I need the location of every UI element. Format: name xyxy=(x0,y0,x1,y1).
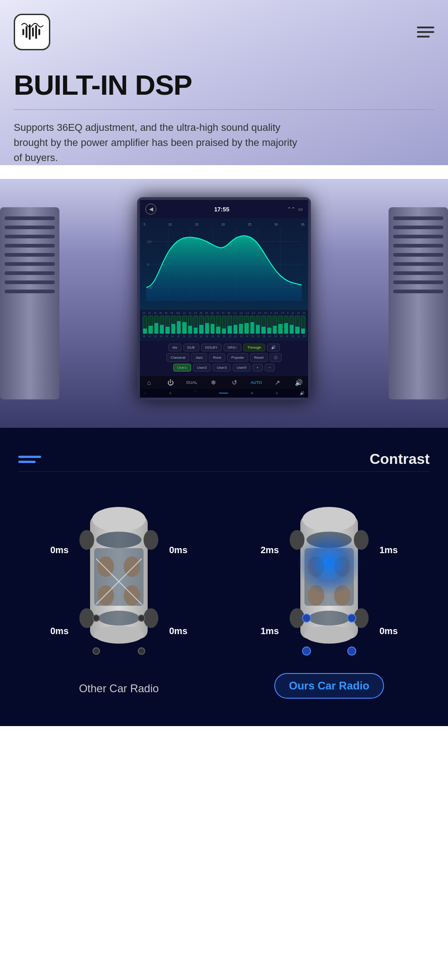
back-arrow-icon: ← xyxy=(144,391,147,395)
left-vent-lines xyxy=(0,207,59,399)
eq-slider[interactable] xyxy=(176,316,181,334)
contrast-section: Contrast 0ms 0ms 0ms 0ms xyxy=(0,428,448,726)
eq-chart: 5 10 15 20 25 30 36 xyxy=(140,218,308,310)
svg-text:0: 0 xyxy=(147,263,149,267)
info-button[interactable]: ⓘ xyxy=(270,353,282,362)
volume-up-icon[interactable]: 🔊 xyxy=(293,379,304,386)
srs-button[interactable]: SRS○ xyxy=(224,344,241,351)
eq-slider[interactable] xyxy=(272,316,277,334)
power-icon[interactable]: ⏻ xyxy=(165,379,176,386)
eq-slider[interactable] xyxy=(278,316,283,334)
eq-slider[interactable] xyxy=(301,316,305,334)
svg-point-44 xyxy=(309,611,350,625)
audio-waveform-icon xyxy=(21,21,43,43)
snowflake-icon[interactable]: ❄ xyxy=(208,379,219,386)
home-icon[interactable]: ⌂ xyxy=(144,379,155,386)
eq-buttons-section: dts DUE DOLBY SRS○ Through 🔊 Classical J… xyxy=(140,341,308,376)
user2-button[interactable]: User2 xyxy=(193,364,211,372)
ours-car-label: Ours Car Radio xyxy=(274,673,384,699)
vent-line xyxy=(393,216,443,220)
eq-slider[interactable] xyxy=(154,316,159,334)
contrast-title: Contrast xyxy=(369,451,430,468)
reset-button[interactable]: Reset xyxy=(250,353,268,362)
eq-slider[interactable] xyxy=(143,316,147,334)
eq-slider[interactable] xyxy=(160,316,164,334)
vent-line xyxy=(5,216,55,220)
eq-slider[interactable] xyxy=(284,316,288,334)
volume-button[interactable]: 🔊 xyxy=(267,344,280,351)
dual-label: DUAL xyxy=(187,380,197,385)
eq-slider[interactable] xyxy=(227,316,232,334)
ours-car-label-btn: Ours Car Radio xyxy=(274,673,384,699)
vent-line xyxy=(393,235,443,238)
eq-slider[interactable] xyxy=(244,316,249,334)
user1-button[interactable]: User1 xyxy=(173,364,191,372)
vent-line xyxy=(5,226,55,229)
eq-slider[interactable] xyxy=(171,316,176,334)
right-vent-lines xyxy=(389,207,448,399)
dts-button[interactable]: dts xyxy=(168,344,181,351)
eq-slider[interactable] xyxy=(199,316,203,334)
svg-point-19 xyxy=(92,507,146,532)
svg-point-47 xyxy=(354,530,368,549)
eq-slider[interactable] xyxy=(295,316,299,334)
user5-button[interactable]: User5 xyxy=(233,364,251,372)
eq-slider[interactable] xyxy=(182,316,187,334)
vent-line xyxy=(393,262,443,266)
svg-point-51 xyxy=(348,614,356,622)
contrast-divider xyxy=(18,471,430,472)
eq-numbers-row-2: 1616 1616 1616 1616 1616 1616 1616 1616 … xyxy=(143,335,305,338)
through-button[interactable]: Through xyxy=(243,344,265,351)
hamburger-menu[interactable] xyxy=(417,27,434,38)
eq-slider[interactable] xyxy=(256,316,260,334)
user3-button[interactable]: User3 xyxy=(213,364,230,372)
minus-button[interactable]: − xyxy=(265,364,275,372)
vent-line xyxy=(393,253,443,257)
rock-button[interactable]: Rock xyxy=(209,353,225,362)
svg-point-46 xyxy=(290,530,304,549)
screen-back-button[interactable]: ◀ xyxy=(145,204,156,215)
vent-line xyxy=(5,262,55,266)
eq-slider[interactable] xyxy=(205,316,209,334)
add-button[interactable]: + xyxy=(252,364,263,372)
svg-point-41 xyxy=(334,556,351,577)
chevron-up-icon: ⌃⌃ xyxy=(287,206,295,212)
eq-bottom-section: 2024 2936 4565 10012 1420 2630 3947 5785… xyxy=(140,310,308,341)
logo xyxy=(14,14,50,50)
eq-slider[interactable] xyxy=(148,316,153,334)
jazz-button[interactable]: Jazz xyxy=(191,353,207,362)
other-car-display: 0ms 0ms 0ms 0ms xyxy=(46,490,192,673)
ours-car-display: 2ms 1ms 1ms 0ms xyxy=(256,490,402,673)
vent-line xyxy=(393,290,443,293)
eq-slider[interactable] xyxy=(267,316,272,334)
ours-timing-bottom-right: 0ms xyxy=(379,626,398,636)
popular-button[interactable]: Popular xyxy=(227,353,248,362)
other-timing-bottom-right: 0ms xyxy=(169,626,187,636)
recycle-icon[interactable]: ↺ xyxy=(229,379,240,386)
header-section: BUILT-IN DSP Supports 36EQ adjustment, a… xyxy=(0,0,448,165)
eq-slider[interactable] xyxy=(239,316,243,334)
svg-rect-5 xyxy=(38,29,40,35)
eq-slider[interactable] xyxy=(222,316,226,334)
eq-slider[interactable] xyxy=(210,316,215,334)
contrast-lines-icon xyxy=(18,456,41,463)
temp-bar: ━━━━ xyxy=(219,391,228,395)
eq-slider[interactable] xyxy=(216,316,220,334)
status-value-1: 0 xyxy=(169,391,171,395)
other-car-label: Other Car Radio xyxy=(79,682,159,695)
navigation-bar xyxy=(14,14,434,50)
due-button[interactable]: DUE xyxy=(183,344,199,351)
subtitle-text: Supports 36EQ adjustment, and the ultra-… xyxy=(14,120,306,165)
eq-slider[interactable] xyxy=(289,316,294,334)
svg-text:-20: -20 xyxy=(147,285,153,290)
eq-slider[interactable] xyxy=(250,316,255,334)
eq-slider[interactable] xyxy=(193,316,198,334)
dolby-button[interactable]: DOLBY xyxy=(201,344,222,351)
eq-slider[interactable] xyxy=(165,316,170,334)
direction-icon[interactable]: ↗ xyxy=(272,379,283,386)
classical-button[interactable]: Classical xyxy=(166,353,189,362)
eq-slider[interactable] xyxy=(261,316,266,334)
eq-slider[interactable] xyxy=(188,316,192,334)
eq-slider[interactable] xyxy=(233,316,238,334)
vent-line xyxy=(5,290,55,293)
